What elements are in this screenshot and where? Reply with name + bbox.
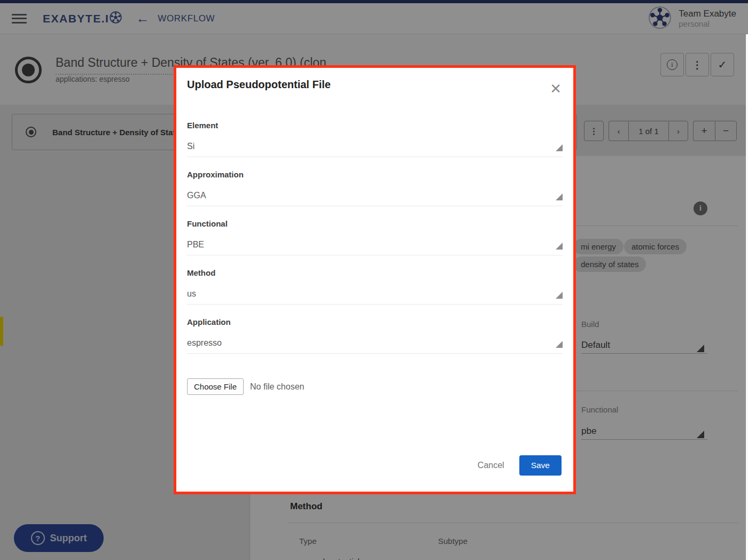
method-field: Method us	[187, 268, 563, 305]
approximation-field: Approximation GGA	[187, 170, 563, 206]
modal-title: Upload Pseudopotential File	[187, 79, 563, 91]
file-status-text: No file chosen	[250, 382, 304, 392]
approximation-select[interactable]: GGA	[187, 191, 563, 206]
modal-footer: Cancel Save	[478, 455, 562, 476]
method-value: us	[187, 289, 196, 299]
functional-field: Functional PBE	[187, 219, 563, 255]
application-field: Application espresso	[187, 317, 563, 354]
method-select[interactable]: us	[187, 289, 563, 305]
file-upload-row: Choose File No file chosen	[187, 378, 563, 395]
application-value: espresso	[187, 338, 222, 348]
close-icon[interactable]: ✕	[550, 82, 562, 96]
element-field: Element Si	[187, 121, 563, 157]
right-edge-strip	[746, 34, 748, 560]
functional-value: PBE	[187, 240, 204, 250]
functional-select[interactable]: PBE	[187, 240, 563, 255]
dropdown-caret-icon	[556, 144, 563, 151]
save-button[interactable]: Save	[519, 455, 562, 476]
upload-pseudopotential-modal: Upload Pseudopotential File ✕ Element Si…	[174, 65, 576, 494]
element-value: Si	[187, 142, 194, 151]
approximation-value: GGA	[187, 191, 206, 200]
dropdown-caret-icon	[556, 292, 563, 299]
dropdown-caret-icon	[556, 193, 563, 200]
cancel-button[interactable]: Cancel	[478, 461, 504, 470]
element-select[interactable]: Si	[187, 142, 563, 157]
dropdown-caret-icon	[556, 341, 563, 348]
approximation-label: Approximation	[187, 170, 563, 179]
dropdown-caret-icon	[556, 243, 563, 250]
app-screen: EXABYTE.I ← WORKFLOW Team Exabyte person…	[0, 0, 748, 560]
modal-fields: Element Si Approximation GGA Functional …	[187, 121, 563, 354]
choose-file-button[interactable]: Choose File	[187, 378, 244, 395]
application-label: Application	[187, 317, 563, 326]
method-label: Method	[187, 268, 563, 277]
application-select[interactable]: espresso	[187, 338, 563, 354]
element-label: Element	[187, 121, 563, 130]
functional-label: Functional	[187, 219, 563, 228]
